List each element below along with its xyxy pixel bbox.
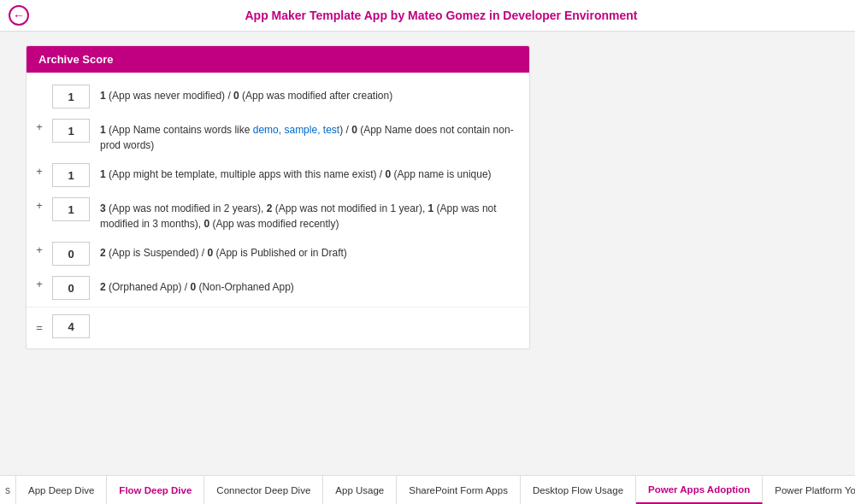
score-desc-1: 1 (App was never modified) / 0 (App was … (100, 85, 529, 103)
tab-nav-prev[interactable]: s (0, 476, 16, 504)
card-title: Archive Score (27, 46, 529, 73)
score-row-5: + 0 2 (App is Suspended) / 0 (App is Pub… (27, 237, 529, 271)
score-value-6: 0 (52, 276, 90, 300)
operator-2: + (27, 119, 52, 133)
score-row-4: + 1 3 (App was not modified in 2 years),… (27, 192, 529, 237)
score-desc-3: 1 (App might be template, multiple apps … (100, 163, 529, 182)
total-score: 4 (52, 314, 90, 338)
operator-1 (27, 85, 52, 86)
operator-3: + (27, 163, 52, 178)
score-desc-2: 1 (App Name contains words like demo, sa… (100, 119, 529, 153)
score-row-1: 1 1 (App was never modified) / 0 (App wa… (27, 79, 529, 114)
tab-flow-deep-dive[interactable]: Flow Deep Dive (107, 476, 204, 504)
score-row-2: + 1 1 (App Name contains words like demo… (27, 114, 529, 158)
tab-power-platform-yoy[interactable]: Power Platform YoY Ac (763, 476, 855, 504)
prev-icon: s (5, 484, 10, 496)
tabs-bar: s App Deep Dive Flow Deep Dive Connector… (0, 475, 855, 504)
tab-power-apps-adoption[interactable]: Power Apps Adoption (636, 476, 763, 504)
operator-6: + (27, 276, 52, 290)
tab-connector-deep-dive[interactable]: Connector Deep Dive (204, 476, 323, 504)
operator-5: + (27, 242, 52, 256)
score-desc-6: 2 (Orphaned App) / 0 (Non-Orphaned App) (100, 276, 529, 295)
total-divider (27, 307, 529, 308)
tab-desktop-flow-usage[interactable]: Desktop Flow Usage (521, 476, 636, 504)
back-icon: ← (13, 9, 25, 22)
main-content: Archive Score 1 1 (App was never modifie… (0, 32, 855, 475)
score-value-4: 1 (52, 197, 90, 221)
score-value-5: 0 (52, 242, 90, 266)
total-operator: = (27, 319, 52, 334)
back-button[interactable]: ← (9, 5, 29, 26)
page-title: App Maker Template App by Mateo Gomez in… (36, 9, 846, 22)
score-value-3: 1 (52, 163, 90, 187)
tab-app-deep-dive[interactable]: App Deep Dive (16, 476, 107, 504)
archive-score-card: Archive Score 1 1 (App was never modifie… (26, 45, 530, 349)
tab-sharepoint-form-apps[interactable]: SharePoint Form Apps (397, 476, 521, 504)
operator-4: + (27, 197, 52, 212)
card-body: 1 1 (App was never modified) / 0 (App wa… (27, 73, 529, 349)
score-value-2: 1 (52, 119, 90, 143)
header: ← App Maker Template App by Mateo Gomez … (0, 0, 855, 32)
score-desc-4: 3 (App was not modified in 2 years), 2 (… (100, 197, 529, 231)
score-row-6: + 0 2 (Orphaned App) / 0 (Non-Orphaned A… (27, 271, 529, 305)
score-desc-5: 2 (App is Suspended) / 0 (App is Publish… (100, 242, 529, 261)
score-row-3: + 1 1 (App might be template, multiple a… (27, 158, 529, 192)
score-value-1: 1 (52, 85, 90, 108)
total-row: = 4 (27, 309, 529, 342)
tab-app-usage[interactable]: App Usage (323, 476, 397, 504)
